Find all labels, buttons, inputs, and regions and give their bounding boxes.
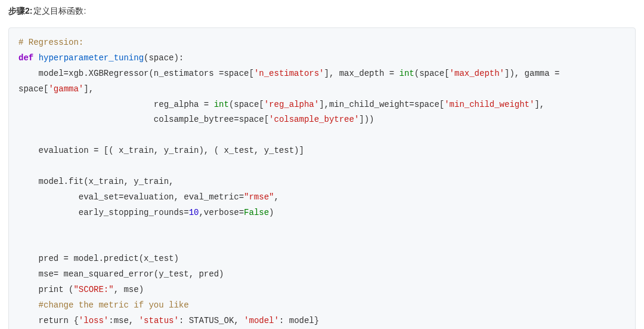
- code-string: 'max_depth': [450, 69, 504, 78]
- code-text: , gamma =: [515, 69, 560, 78]
- code-builtin: int: [214, 100, 229, 109]
- step-description: 定义目标函数:: [33, 6, 86, 16]
- code-text: ): [509, 69, 514, 78]
- code-string: 'n_estimators': [254, 69, 324, 78]
- code-text: ],: [534, 100, 544, 109]
- code-text: print: [18, 285, 69, 294]
- code-string: 'status': [139, 316, 179, 325]
- code-funcname: hyperparameter_tuning: [39, 53, 144, 63]
- code-text: ): [269, 208, 274, 217]
- code-block[interactable]: # Regression: def hyperparameter_tuning(…: [8, 27, 636, 329]
- code-string: "SCORE:": [73, 285, 113, 294]
- code-string: 'colsample_bytree': [269, 115, 359, 124]
- code-text: : STATUS_OK,: [179, 316, 244, 325]
- code-keyword: def: [18, 53, 33, 63]
- code-text: {: [73, 316, 78, 325]
- code-string: 'loss': [79, 316, 109, 325]
- code-comment: #change the metric if you like: [18, 300, 189, 310]
- code-text: early_stopping_rounds=: [18, 208, 189, 217]
- code-string: 'reg_alpha': [264, 100, 319, 109]
- code-text: :mse,: [109, 316, 138, 325]
- code-text: mse= mean_squared_error(y_test, pred): [18, 269, 224, 279]
- code-text: [18, 115, 154, 124]
- code-comment: # Regression:: [18, 38, 83, 47]
- code-text: reg_alpha =: [154, 100, 214, 109]
- code-text: ],: [83, 84, 94, 94]
- code-text: ]: [319, 100, 324, 109]
- code-text: space[: [234, 100, 264, 109]
- code-text: space[: [419, 69, 449, 78]
- code-text: model=xgb.XGBRegressor(n_estimators =spa…: [18, 69, 254, 78]
- code-text: return: [18, 316, 73, 325]
- code-text: (space):: [144, 53, 184, 63]
- code-text: : model}: [279, 316, 319, 325]
- code-text: , mse): [114, 285, 144, 294]
- code-string: "rmse": [244, 192, 274, 202]
- code-number: 10: [189, 208, 199, 217]
- code-text: ,min_child_weight=space[: [324, 100, 445, 109]
- code-string: 'model': [244, 316, 279, 325]
- code-text: (: [414, 69, 419, 78]
- code-text: evaluation = [( x_train, y_train), ( x_t…: [18, 146, 304, 155]
- code-text: eval_set=evaluation, eval_metric=: [18, 192, 244, 202]
- code-text: space[: [18, 84, 48, 94]
- code-builtin: False: [244, 208, 269, 217]
- code-string: 'min_child_weight': [444, 100, 534, 109]
- code-string: 'gamma': [48, 84, 83, 94]
- step-label: 步骤2:: [8, 6, 32, 16]
- code-builtin: int: [400, 69, 414, 78]
- code-text: ,: [274, 192, 278, 202]
- code-text: pred = model.predict(x_test): [18, 254, 179, 263]
- code-text: colsample_bytree=space[: [154, 115, 269, 124]
- code-text: [559, 69, 564, 78]
- step-heading: 步骤2:定义目标函数:: [8, 6, 636, 17]
- code-text: [18, 100, 154, 109]
- code-text: model.fit(x_train, y_train,: [18, 177, 174, 186]
- code-text: ], max_depth =: [324, 69, 400, 78]
- code-text: ])): [359, 115, 374, 124]
- code-text: ,verbose=: [199, 208, 244, 217]
